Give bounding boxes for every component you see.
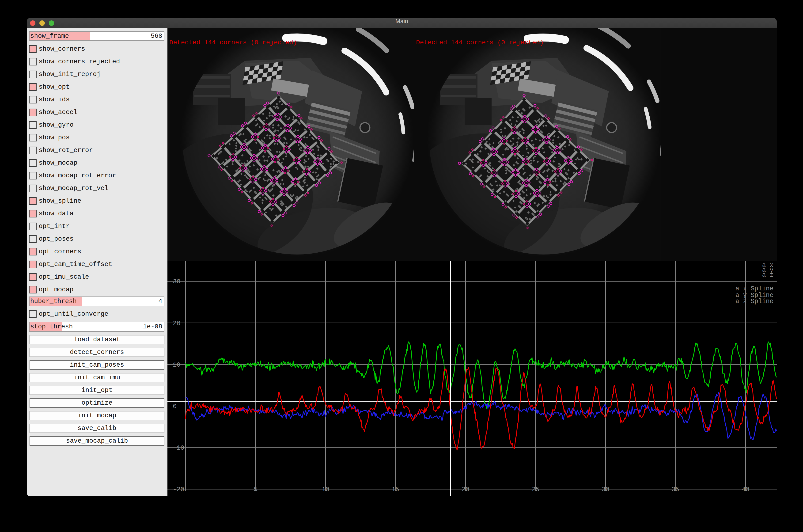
svg-text:a z: a z bbox=[762, 272, 773, 279]
svg-text:30: 30 bbox=[602, 486, 609, 493]
svg-text:0: 0 bbox=[173, 403, 177, 410]
svg-text:Detected 144 corners (0 reject: Detected 144 corners (0 rejected) bbox=[169, 39, 297, 46]
svg-text:10: 10 bbox=[173, 361, 180, 368]
svg-text:5: 5 bbox=[254, 486, 257, 493]
svg-text:10: 10 bbox=[322, 486, 329, 493]
svg-text:a x Spline: a x Spline bbox=[735, 285, 773, 292]
svg-text:-10: -10 bbox=[173, 444, 184, 452]
svg-text:40: 40 bbox=[742, 486, 749, 493]
svg-text:Detected 144 corners (0 reject: Detected 144 corners (0 rejected) bbox=[416, 39, 544, 46]
svg-text:25: 25 bbox=[532, 486, 539, 493]
svg-text:20: 20 bbox=[173, 320, 180, 327]
svg-text:35: 35 bbox=[672, 486, 679, 493]
svg-text:-20: -20 bbox=[173, 486, 184, 493]
svg-text:15: 15 bbox=[391, 486, 399, 493]
svg-text:a z Spline: a z Spline bbox=[735, 298, 773, 305]
svg-text:20: 20 bbox=[462, 486, 469, 493]
svg-text:30: 30 bbox=[173, 278, 180, 285]
